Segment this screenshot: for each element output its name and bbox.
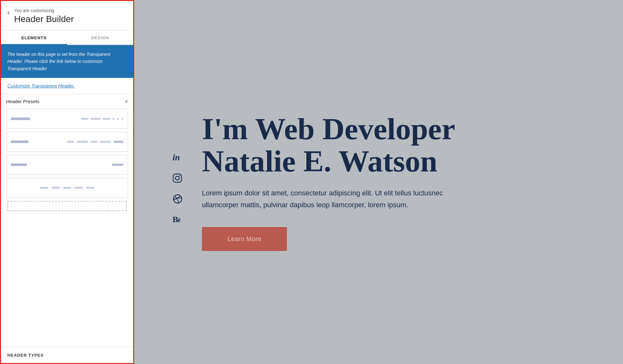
presets-title: Header Presets — [6, 99, 39, 104]
preset-item-2[interactable] — [6, 132, 128, 152]
preset-1-menu-item — [91, 118, 100, 120]
customize-transparent-header-link[interactable]: Customize Transparent Header. — [7, 83, 75, 88]
presets-section: Header Presets × — [1, 94, 133, 347]
presets-header: Header Presets × — [6, 99, 128, 104]
presets-close-button[interactable]: × — [125, 99, 128, 104]
preset-2-bar — [114, 141, 123, 143]
hero-heading: I'm Web Developer Natalie E. Watson — [202, 113, 455, 178]
preview-content: in Bē I'm Web Developer Natalie E. Watso… — [134, 0, 623, 364]
customize-link-area: Customize Transparent Header. — [1, 78, 133, 94]
preset-2-logo — [11, 140, 28, 143]
learn-more-button[interactable]: Learn More — [202, 227, 287, 251]
preset-3-logo — [11, 163, 27, 166]
preset-4-center-row — [40, 187, 94, 189]
preset-2-menu-item — [90, 141, 97, 143]
preset-1-dot — [121, 118, 123, 120]
preset-1-dot — [117, 118, 119, 120]
preset-4-dash — [74, 187, 83, 189]
behance-icon: Bē — [173, 215, 183, 224]
preset-2-menu-item — [100, 141, 111, 143]
hero-body-text: Lorem ipsum dolor sit amet, consectetur … — [202, 187, 445, 211]
preset-2-menu-item — [77, 141, 88, 143]
dribbble-icon — [173, 194, 183, 204]
social-icons-column: in Bē — [173, 152, 183, 224]
preset-1-menu-item — [81, 118, 88, 120]
preset-3-menu — [112, 164, 123, 166]
svg-rect-0 — [173, 174, 181, 182]
preset-1-menu-item — [103, 118, 110, 120]
linkedin-icon: in — [173, 152, 183, 163]
preset-1-dot — [112, 118, 114, 120]
preset-2-menu-item — [67, 141, 74, 143]
tab-elements[interactable]: ELEMENTS — [1, 30, 67, 45]
back-button[interactable]: ‹ — [7, 9, 10, 16]
preset-3-bar — [112, 164, 123, 166]
preset-item-1[interactable] — [6, 109, 128, 129]
preview-text-block: I'm Web Developer Natalie E. Watson Lore… — [202, 113, 455, 251]
panel-subtitle: You are customizing — [14, 8, 74, 13]
preset-4-dash — [51, 187, 60, 189]
customizer-panel: ‹ You are customizing Header Builder ELE… — [0, 0, 134, 364]
tab-design[interactable]: DESIGN — [67, 30, 133, 45]
preset-item-3[interactable] — [6, 155, 128, 175]
preset-4-dash — [40, 187, 48, 189]
preview-area: in Bē I'm Web Developer Natalie E. Watso… — [134, 0, 623, 364]
preset-4-dash — [63, 187, 71, 189]
header-types-bar: HEADER TYPES — [1, 347, 133, 363]
header-types-label: HEADER TYPES — [7, 353, 44, 358]
preset-4-dash — [86, 187, 94, 189]
preset-item-4[interactable] — [6, 178, 128, 198]
presets-list — [6, 109, 128, 198]
preset-2-menu — [67, 141, 123, 143]
panel-title-block: You are customizing Header Builder — [14, 8, 74, 24]
instagram-icon — [173, 173, 182, 183]
info-banner: The header on this page is set from the … — [1, 45, 133, 78]
panel-header: ‹ You are customizing Header Builder — [1, 1, 133, 30]
svg-point-1 — [175, 176, 179, 180]
drop-area — [7, 201, 127, 211]
preset-1-menu — [81, 118, 123, 120]
panel-tabs: ELEMENTS DESIGN — [1, 30, 133, 45]
panel-title: Header Builder — [14, 14, 74, 24]
svg-point-2 — [179, 175, 180, 176]
preset-1-logo — [11, 118, 30, 120]
